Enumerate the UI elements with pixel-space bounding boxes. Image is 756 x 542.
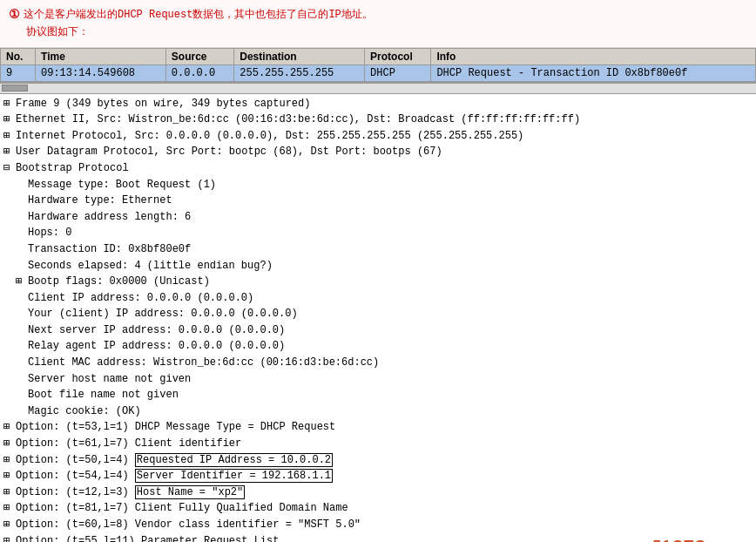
notice-line2: 协议图如下： bbox=[9, 24, 747, 41]
detail-line: Seconds elapsed: 4 (little endian bug?) bbox=[3, 258, 753, 274]
expand-icon[interactable]: ⊞ bbox=[16, 274, 28, 290]
line-text: Hardware address length: 6 bbox=[28, 211, 191, 223]
detail-line: Transaction ID: 0x8bf80e0f bbox=[3, 241, 753, 258]
line-text: Option: (t=61,l=7) Client identifier bbox=[16, 437, 241, 450]
notice-line1: ① 这个是客户端发出的DHCP Request数据包，其中也包括了自己的IP地址… bbox=[9, 5, 747, 24]
cell-time: 09:13:14.549608 bbox=[36, 64, 166, 81]
horizontal-scrollbar[interactable] bbox=[0, 84, 756, 94]
detail-line[interactable]: ⊞ Option: (t=55,l=11) Parameter Request … bbox=[3, 533, 753, 542]
line-text: Client IP address: 0.0.0.0 (0.0.0.0) bbox=[28, 292, 253, 304]
detail-line: Your (client) IP address: 0.0.0.0 (0.0.0… bbox=[3, 306, 753, 322]
expand-icon[interactable]: ⊞ bbox=[3, 128, 16, 145]
detail-line[interactable]: ⊞ Option: (t=53,l=1) DHCP Message Type =… bbox=[3, 419, 753, 436]
detail-line: Client MAC address: Wistron_be:6d:cc (00… bbox=[3, 355, 753, 371]
highlighted-text: Host Name = "xp2" bbox=[135, 485, 245, 499]
table-row[interactable]: 9 09:13:14.549608 0.0.0.0 255.255.255.25… bbox=[1, 64, 756, 81]
detail-line[interactable]: ⊞ Ethernet II, Src: Wistron_be:6d:cc (00… bbox=[3, 112, 753, 128]
detail-line: Server host name not given bbox=[3, 371, 753, 388]
detail-line[interactable]: ⊞ Option: (t=54,l=4) Server Identifier =… bbox=[3, 468, 753, 484]
detail-line: Hardware type: Ethernet bbox=[3, 193, 753, 209]
watermark: 51CTO.com 技术博客 Blog bbox=[652, 535, 747, 542]
line-text: Hardware type: Ethernet bbox=[28, 194, 172, 207]
detail-line: Next server IP address: 0.0.0.0 (0.0.0.0… bbox=[3, 322, 753, 339]
detail-line: ⊟ Bootstrap Protocol bbox=[3, 160, 753, 177]
line-text: Option: (t=54,l=4) bbox=[16, 470, 135, 482]
col-header-no: No. bbox=[1, 48, 36, 64]
line-text: Boot file name not given bbox=[28, 389, 179, 401]
expand-icon[interactable]: ⊞ bbox=[3, 436, 16, 452]
highlighted-text: Requested IP Address = 10.0.0.2 bbox=[135, 453, 333, 467]
detail-line[interactable]: ⊞ Option: (t=50,l=4) Requested IP Addres… bbox=[3, 452, 753, 469]
detail-line: Hops: 0 bbox=[3, 225, 753, 241]
cell-info: DHCP Request - Transaction ID 0x8bf80e0f bbox=[431, 64, 756, 81]
line-text: Client MAC address: Wistron_be:6d:cc (00… bbox=[28, 356, 379, 369]
cell-no: 9 bbox=[1, 64, 36, 81]
detail-line[interactable]: ⊞ Option: (t=61,l=7) Client identifier bbox=[3, 436, 753, 452]
line-text: Option: (t=12,l=3) bbox=[16, 486, 135, 498]
expand-icon[interactable]: ⊞ bbox=[3, 96, 16, 112]
col-header-source: Source bbox=[165, 48, 233, 64]
line-text: Option: (t=55,l=11) Parameter Request Li… bbox=[16, 535, 279, 542]
detail-line[interactable]: ⊞ Option: (t=12,l=3) Host Name = "xp2" bbox=[3, 484, 753, 501]
col-header-time: Time bbox=[36, 48, 166, 64]
detail-line[interactable]: ⊞ Frame 9 (349 bytes on wire, 349 bytes … bbox=[3, 96, 753, 112]
cell-protocol: DHCP bbox=[365, 64, 431, 81]
col-header-protocol: Protocol bbox=[365, 48, 431, 64]
line-text: Option: (t=53,l=1) DHCP Message Type = D… bbox=[16, 421, 335, 433]
detail-line[interactable]: ⊞ Bootp flags: 0x0000 (Unicast) bbox=[3, 274, 753, 290]
detail-panel: ⊞ Frame 9 (349 bytes on wire, 349 bytes … bbox=[0, 94, 756, 542]
line-text: Magic cookie: (OK) bbox=[28, 405, 141, 417]
table-header-row: No. Time Source Destination Protocol Inf… bbox=[1, 48, 756, 64]
detail-line: Boot file name not given bbox=[3, 387, 753, 403]
line-text: Ethernet II, Src: Wistron_be:6d:cc (00:1… bbox=[16, 113, 580, 125]
detail-line: Magic cookie: (OK) bbox=[3, 403, 753, 420]
expand-icon[interactable]: ⊞ bbox=[3, 533, 16, 542]
line-text: Seconds elapsed: 4 (little endian bug?) bbox=[28, 260, 273, 272]
line-text: Relay agent IP address: 0.0.0.0 (0.0.0.0… bbox=[28, 340, 285, 352]
detail-line[interactable]: ⊞ Internet Protocol, Src: 0.0.0.0 (0.0.0… bbox=[3, 128, 753, 145]
expand-icon[interactable]: ⊞ bbox=[3, 484, 16, 501]
packet-table: No. Time Source Destination Protocol Inf… bbox=[0, 48, 756, 82]
watermark-logo: 51CTO.com bbox=[652, 535, 747, 542]
scroll-thumb[interactable] bbox=[2, 85, 28, 91]
line-text: Frame 9 (349 bytes on wire, 349 bytes ca… bbox=[16, 98, 310, 110]
cell-destination: 255.255.255.255 bbox=[234, 64, 365, 81]
notice-icon: ① bbox=[9, 5, 20, 24]
line-text: Message type: Boot Request (1) bbox=[28, 179, 216, 191]
detail-line[interactable]: ⊞ Option: (t=81,l=7) Client Fully Qualif… bbox=[3, 500, 753, 517]
line-text: Bootstrap Protocol bbox=[16, 162, 129, 174]
collapse-icon[interactable]: ⊟ bbox=[3, 160, 16, 177]
expand-icon[interactable]: ⊞ bbox=[3, 452, 16, 469]
expand-icon[interactable]: ⊞ bbox=[3, 419, 16, 436]
detail-line: Hardware address length: 6 bbox=[3, 209, 753, 226]
line-text: Internet Protocol, Src: 0.0.0.0 (0.0.0.0… bbox=[16, 130, 523, 142]
expand-icon[interactable]: ⊞ bbox=[3, 112, 16, 128]
line-text: Hops: 0 bbox=[28, 227, 71, 239]
notice-text: 这个是客户端发出的DHCP Request数据包，其中也包括了自己的IP地址。 bbox=[24, 7, 373, 24]
col-header-destination: Destination bbox=[234, 48, 365, 64]
line-text: Server host name not given bbox=[28, 373, 191, 385]
highlighted-text: Server Identifier = 192.168.1.1 bbox=[135, 469, 333, 483]
expand-icon[interactable]: ⊞ bbox=[3, 517, 16, 533]
detail-line: Client IP address: 0.0.0.0 (0.0.0.0) bbox=[3, 290, 753, 307]
line-text: Bootp flags: 0x0000 (Unicast) bbox=[28, 275, 210, 288]
packet-table-container: No. Time Source Destination Protocol Inf… bbox=[0, 48, 756, 84]
expand-icon[interactable]: ⊞ bbox=[3, 144, 16, 160]
line-text: Your (client) IP address: 0.0.0.0 (0.0.0… bbox=[28, 308, 298, 320]
line-text: Transaction ID: 0x8bf80e0f bbox=[28, 243, 191, 255]
detail-line[interactable]: ⊞ User Datagram Protocol, Src Port: boot… bbox=[3, 144, 753, 160]
detail-line[interactable]: ⊞ Option: (t=60,l=8) Vendor class identi… bbox=[3, 517, 753, 533]
line-text: User Datagram Protocol, Src Port: bootpc… bbox=[16, 146, 442, 158]
detail-line: Relay agent IP address: 0.0.0.0 (0.0.0.0… bbox=[3, 338, 753, 355]
top-notice: ① 这个是客户端发出的DHCP Request数据包，其中也包括了自己的IP地址… bbox=[0, 0, 756, 48]
line-text: Option: (t=50,l=4) bbox=[16, 454, 135, 466]
line-text: Option: (t=60,l=8) Vendor class identifi… bbox=[16, 518, 361, 531]
expand-icon[interactable]: ⊞ bbox=[3, 468, 16, 484]
col-header-info: Info bbox=[431, 48, 756, 64]
detail-line: Message type: Boot Request (1) bbox=[3, 177, 753, 193]
expand-icon[interactable]: ⊞ bbox=[3, 500, 16, 517]
cell-source: 0.0.0.0 bbox=[165, 64, 233, 81]
line-text: Next server IP address: 0.0.0.0 (0.0.0.0… bbox=[28, 324, 285, 336]
line-text: Option: (t=81,l=7) Client Fully Qualifie… bbox=[16, 502, 348, 514]
